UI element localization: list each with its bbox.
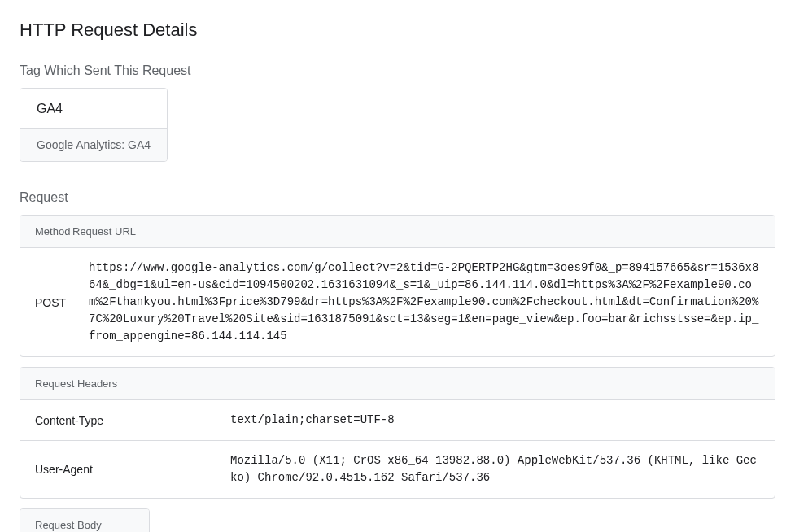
header-value[interactable]: text/plain;charset=UTF-8 [216, 400, 775, 440]
table-header-row: Method Request URL [20, 216, 775, 248]
table-row: Content-Type text/plain;charset=UTF-8 [20, 400, 775, 441]
header-name: User-Agent [20, 451, 216, 487]
request-body-table: Request Body None [20, 508, 150, 532]
table-row: User-Agent Mozilla/5.0 (X11; CrOS x86_64… [20, 441, 775, 498]
tag-card[interactable]: GA4 Google Analytics: GA4 [20, 88, 168, 162]
tag-card-type: Google Analytics: GA4 [20, 128, 167, 161]
table-row: POST https://www.google-analytics.com/g/… [20, 248, 775, 356]
section-tag-which-sent: Tag Which Sent This Request GA4 Google A… [20, 63, 775, 190]
request-headers-title: Request Headers [20, 368, 775, 399]
request-method: POST [20, 285, 85, 321]
request-headers-table: Request Headers Content-Type text/plain;… [20, 367, 775, 499]
url-column-header: Request URL [69, 216, 775, 247]
table-header-row: Request Headers [20, 368, 775, 400]
header-value[interactable]: Mozilla/5.0 (X11; CrOS x86_64 13982.88.0… [216, 441, 775, 498]
tag-section-title: Tag Which Sent This Request [20, 63, 775, 78]
header-name: Content-Type [20, 403, 216, 438]
request-url[interactable]: https://www.google-analytics.com/g/colle… [85, 248, 775, 356]
tag-card-name: GA4 [20, 89, 167, 128]
method-column-header: Method [20, 216, 69, 247]
section-request: Request Method Request URL POST https://… [20, 190, 775, 532]
request-body-title: Request Body [20, 509, 149, 532]
page-title: HTTP Request Details [20, 20, 775, 41]
request-table: Method Request URL POST https://www.goog… [20, 215, 775, 357]
request-section-title: Request [20, 190, 775, 205]
